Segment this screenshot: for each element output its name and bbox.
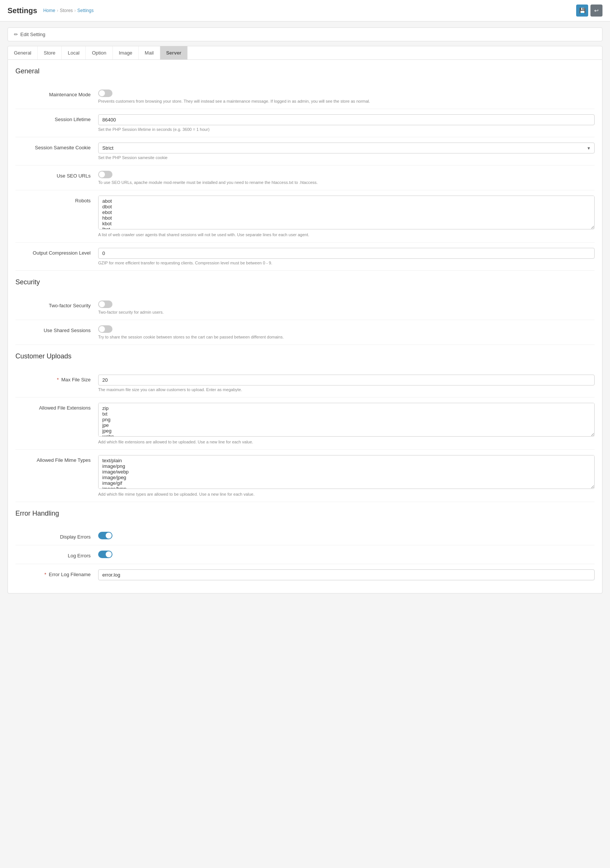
label-max-file-size: * Max File Size: [15, 375, 98, 383]
hint-maintenance-mode: Prevents customers from browsing your st…: [98, 99, 595, 104]
row-output-compression: Output Compression Level GZIP for more e…: [15, 243, 595, 271]
content-error-log-filename: [98, 569, 595, 580]
hint-two-factor-security: Two-factor security for admin users.: [98, 310, 595, 315]
edit-setting-label: Edit Setting: [20, 32, 45, 37]
tab-store[interactable]: Store: [38, 46, 62, 59]
section-error-handling-title: Error Handling: [15, 510, 595, 521]
hint-allowed-file-extensions: Add which file extensions are allowed to…: [98, 440, 595, 444]
row-display-errors: Display Errors: [15, 527, 595, 545]
input-output-compression[interactable]: [98, 248, 595, 259]
slider-log-errors: [98, 550, 113, 558]
required-star-max-file-size: *: [57, 377, 59, 383]
content-output-compression: GZIP for more efficient transfer to requ…: [98, 248, 595, 265]
tab-local[interactable]: Local: [62, 46, 86, 59]
label-two-factor-security: Two-factor Security: [15, 301, 98, 308]
tab-general[interactable]: General: [8, 46, 38, 59]
row-two-factor-security: Two-factor Security Two-factor security …: [15, 295, 595, 320]
row-maintenance-mode: Maintenance Mode Prevents customers from…: [15, 84, 595, 109]
hint-robots: A list of web crawler user agents that s…: [98, 232, 595, 237]
slider-two-factor-security: [98, 301, 113, 308]
label-allowed-file-extensions: Allowed File Extensions: [15, 403, 98, 411]
label-maintenance-mode: Maintenance Mode: [15, 90, 98, 98]
toggle-use-seo-urls[interactable]: [98, 171, 113, 178]
label-session-lifetime: Session Lifetime: [15, 114, 98, 122]
label-display-errors: Display Errors: [15, 532, 98, 540]
tabs-bar: General Store Local Option Image Mail Se…: [8, 46, 602, 60]
label-use-shared-sessions: Use Shared Sessions: [15, 326, 98, 333]
breadcrumb-stores[interactable]: Stores: [60, 8, 73, 13]
select-wrapper-samesite: None Lax Strict ▼: [98, 143, 595, 153]
hint-allowed-file-mime-types: Add which file mime types are allowed to…: [98, 492, 595, 496]
row-allowed-file-mime-types: Allowed File Mime Types text/plain image…: [15, 450, 595, 502]
hint-use-shared-sessions: Try to share the session cookie between …: [98, 335, 595, 339]
select-samesite-cookie[interactable]: None Lax Strict: [98, 143, 595, 153]
row-use-seo-urls: Use SEO URLs To use SEO URLs, apache mod…: [15, 166, 595, 190]
row-allowed-file-extensions: Allowed File Extensions zip txt png jpe …: [15, 398, 595, 450]
label-use-seo-urls: Use SEO URLs: [15, 171, 98, 179]
content-maintenance-mode: Prevents customers from browsing your st…: [98, 90, 595, 104]
slider-display-errors: [98, 532, 113, 539]
section-customer-uploads-title: Customer Uploads: [15, 352, 595, 363]
tab-server[interactable]: Server: [160, 46, 188, 59]
content-max-file-size: The maximum file size you can allow cust…: [98, 375, 595, 392]
content-robots: abot dbot ebot hbot kbot lbot A list of …: [98, 195, 595, 237]
pencil-icon: ✏: [14, 32, 18, 37]
tab-option[interactable]: Option: [86, 46, 113, 59]
hint-output-compression: GZIP for more efficient transfer to requ…: [98, 260, 595, 265]
toggle-use-shared-sessions[interactable]: [98, 326, 113, 333]
row-session-lifetime: Session Lifetime Set the PHP Session lif…: [15, 109, 595, 137]
label-log-errors: Log Errors: [15, 550, 98, 558]
breadcrumb-settings: Settings: [77, 8, 94, 13]
tab-image[interactable]: Image: [113, 46, 139, 59]
section-security-title: Security: [15, 278, 595, 289]
label-output-compression: Output Compression Level: [15, 248, 98, 256]
toggle-display-errors[interactable]: [98, 532, 113, 539]
required-star-error-log: *: [44, 572, 46, 577]
textarea-robots[interactable]: abot dbot ebot hbot kbot lbot: [98, 195, 595, 229]
slider-use-shared-sessions: [98, 326, 113, 333]
edit-setting-bar: ✏ Edit Setting: [8, 28, 602, 41]
content-use-seo-urls: To use SEO URLs, apache module mod-rewri…: [98, 171, 595, 184]
hint-max-file-size: The maximum file size you can allow cust…: [98, 388, 595, 392]
row-use-shared-sessions: Use Shared Sessions Try to share the ses…: [15, 320, 595, 345]
breadcrumb-sep-1: ›: [57, 8, 58, 13]
header-actions: 💾 ↩: [576, 5, 602, 17]
label-allowed-file-mime-types: Allowed File Mime Types: [15, 455, 98, 463]
back-button[interactable]: ↩: [590, 5, 602, 17]
slider-use-seo-urls: [98, 171, 113, 178]
label-robots: Robots: [15, 195, 98, 203]
content-allowed-file-extensions: zip txt png jpe jpeg webp Add which file…: [98, 403, 595, 444]
tab-mail[interactable]: Mail: [139, 46, 160, 59]
row-max-file-size: * Max File Size The maximum file size yo…: [15, 369, 595, 398]
row-error-log-filename: * Error Log Filename: [15, 564, 595, 586]
save-button[interactable]: 💾: [576, 5, 588, 17]
hint-use-seo-urls: To use SEO URLs, apache module mod-rewri…: [98, 180, 595, 184]
content-session-lifetime: Set the PHP Session lifetime in seconds …: [98, 114, 595, 132]
page-title: Settings: [8, 6, 37, 15]
row-robots: Robots abot dbot ebot hbot kbot lbot A l…: [15, 190, 595, 243]
label-error-log-filename: * Error Log Filename: [15, 569, 98, 577]
slider-maintenance-mode: [98, 90, 113, 97]
content-session-samesite: None Lax Strict ▼ Set the PHP Session sa…: [98, 143, 595, 160]
breadcrumb: Home › Stores › Settings: [43, 8, 94, 13]
textarea-allowed-file-mime-types[interactable]: text/plain image/png image/webp image/jp…: [98, 455, 595, 489]
content-log-errors: [98, 550, 595, 558]
content-panel: General Maintenance Mode Prevents custom…: [8, 60, 602, 594]
content-display-errors: [98, 532, 595, 539]
toggle-log-errors[interactable]: [98, 550, 113, 558]
hint-session-samesite: Set the PHP Session samesite cookie: [98, 155, 595, 160]
input-session-lifetime[interactable]: [98, 114, 595, 125]
input-error-log-filename[interactable]: [98, 569, 595, 580]
row-session-samesite: Session Samesite Cookie None Lax Strict …: [15, 137, 595, 166]
toggle-two-factor-security[interactable]: [98, 301, 113, 308]
content-two-factor-security: Two-factor security for admin users.: [98, 301, 595, 315]
hint-session-lifetime: Set the PHP Session lifetime in seconds …: [98, 127, 595, 132]
textarea-allowed-file-extensions[interactable]: zip txt png jpe jpeg webp: [98, 403, 595, 437]
section-general-title: General: [15, 67, 595, 78]
toggle-maintenance-mode[interactable]: [98, 90, 113, 97]
row-log-errors: Log Errors: [15, 545, 595, 564]
input-max-file-size[interactable]: [98, 375, 595, 386]
label-session-samesite: Session Samesite Cookie: [15, 143, 98, 150]
breadcrumb-sep-2: ›: [74, 8, 76, 13]
breadcrumb-home[interactable]: Home: [43, 8, 55, 13]
